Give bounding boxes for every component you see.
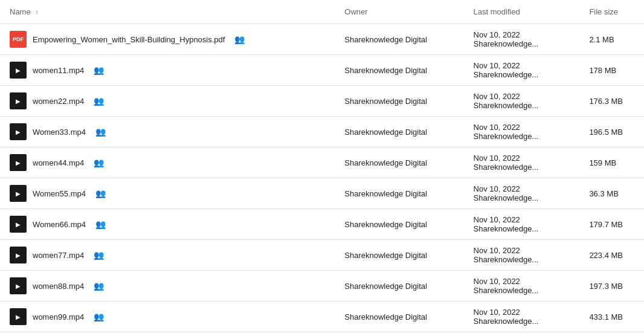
file-modified: Nov 10, 2022 Shareknowledge... [464,302,580,332]
video-icon [10,92,27,109]
table-row[interactable]: Women55.mp4👥Shareknowledge DigitalNov 10… [0,178,644,209]
owner-text: Shareknowledge Digital [344,189,427,198]
file-owner: Shareknowledge Digital [335,178,463,209]
file-list-table: Name ↑ Owner Last modified File size PDF… [0,0,644,332]
shared-icon: 👥 [94,96,104,106]
owner-text: Shareknowledge Digital [344,158,427,167]
column-modified-label: Last modified [474,7,520,16]
size-text: 2.1 MB [589,35,614,44]
column-header-owner[interactable]: Owner [335,0,463,24]
video-icon [10,123,27,140]
shared-icon: 👥 [94,250,104,260]
modified-text: Nov 10, 2022 Shareknowledge... [474,215,539,233]
file-name-cell-2: women11.mp4👥 [0,55,335,86]
file-size: 36.3 MB [579,178,644,209]
file-size: 433.1 MB [579,302,644,332]
table-row[interactable]: women88.mp4👥Shareknowledge DigitalNov 10… [0,271,644,302]
table-row[interactable]: women77.mp4👥Shareknowledge DigitalNov 10… [0,240,644,271]
table-row[interactable]: women22.mp4👥Shareknowledge DigitalNov 10… [0,86,644,117]
column-header-name[interactable]: Name ↑ [0,0,335,24]
file-owner: Shareknowledge Digital [335,86,463,117]
file-name-cell-3: women22.mp4👥 [0,86,335,117]
video-icon [10,185,27,202]
table-row[interactable]: women44.mp4👥Shareknowledge DigitalNov 10… [0,147,644,178]
file-owner: Shareknowledge Digital [335,271,463,302]
file-owner: Shareknowledge Digital [335,240,463,271]
file-name-text: women99.mp4 [33,312,84,321]
file-name-text: Women55.mp4 [33,189,86,198]
file-size: 179.7 MB [579,209,644,240]
file-name-cell-8: women77.mp4👥 [0,240,335,271]
file-name-cell-7: Women66.mp4👥 [0,209,335,240]
size-text: 433.1 MB [589,312,623,321]
column-name-label: Name [10,7,31,16]
shared-icon: 👥 [94,312,104,321]
column-header-modified[interactable]: Last modified [464,0,580,24]
file-name-cell-10: women99.mp4👥 [0,302,335,332]
size-text: 178 MB [589,66,616,75]
modified-text: Nov 10, 2022 Shareknowledge... [474,123,539,141]
column-owner-label: Owner [344,7,367,16]
file-name-cell-1: PDFEmpowering_Women_with_Skill-Building_… [0,24,335,55]
table-row[interactable]: Women66.mp4👥Shareknowledge DigitalNov 10… [0,209,644,240]
file-name-text: women77.mp4 [33,251,84,260]
file-owner: Shareknowledge Digital [335,209,463,240]
modified-text: Nov 10, 2022 Shareknowledge... [474,92,539,110]
file-name-text: women44.mp4 [33,158,84,167]
table-row[interactable]: Women33.mp4👥Shareknowledge DigitalNov 10… [0,117,644,147]
file-modified: Nov 10, 2022 Shareknowledge... [464,24,580,55]
owner-text: Shareknowledge Digital [344,220,427,229]
video-icon [10,308,27,325]
file-size: 176.3 MB [579,86,644,117]
video-icon [10,247,27,263]
file-name-cell-6: Women55.mp4👥 [0,178,335,209]
shared-icon: 👥 [95,219,106,229]
file-size: 178 MB [579,55,644,86]
owner-text: Shareknowledge Digital [344,282,427,291]
video-icon [10,277,27,294]
size-text: 197.3 MB [589,282,623,291]
video-icon [10,62,27,79]
modified-text: Nov 10, 2022 Shareknowledge... [474,308,539,326]
size-text: 179.7 MB [589,220,623,229]
video-icon [10,216,27,233]
owner-text: Shareknowledge Digital [344,97,427,106]
modified-text: Nov 10, 2022 Shareknowledge... [474,277,539,295]
shared-icon: 👥 [94,65,104,75]
owner-text: Shareknowledge Digital [344,35,427,44]
file-modified: Nov 10, 2022 Shareknowledge... [464,86,580,117]
modified-text: Nov 10, 2022 Shareknowledge... [474,246,539,264]
file-name-text: Women66.mp4 [33,220,86,229]
table-row[interactable]: PDFEmpowering_Women_with_Skill-Building_… [0,24,644,55]
file-modified: Nov 10, 2022 Shareknowledge... [464,178,580,209]
size-text: 196.5 MB [589,128,623,137]
file-size: 2.1 MB [579,24,644,55]
file-name-cell-5: women44.mp4👥 [0,147,335,178]
file-owner: Shareknowledge Digital [335,302,463,332]
file-modified: Nov 10, 2022 Shareknowledge... [464,271,580,302]
owner-text: Shareknowledge Digital [344,66,427,75]
modified-text: Nov 10, 2022 Shareknowledge... [474,184,539,202]
column-header-size[interactable]: File size [579,0,644,24]
file-size: 223.4 MB [579,240,644,271]
owner-text: Shareknowledge Digital [344,251,427,260]
file-owner: Shareknowledge Digital [335,117,463,147]
shared-icon: 👥 [94,158,104,167]
size-text: 159 MB [589,158,616,167]
file-owner: Shareknowledge Digital [335,147,463,178]
shared-icon: 👥 [94,281,104,291]
file-modified: Nov 10, 2022 Shareknowledge... [464,240,580,271]
column-size-label: File size [589,7,618,16]
file-name-cell-4: Women33.mp4👥 [0,117,335,147]
table-row[interactable]: women99.mp4👥Shareknowledge DigitalNov 10… [0,302,644,332]
pdf-icon: PDF [10,31,27,48]
table-row[interactable]: women11.mp4👥Shareknowledge DigitalNov 10… [0,55,644,86]
size-text: 223.4 MB [589,251,623,260]
owner-text: Shareknowledge Digital [344,312,427,321]
size-text: 176.3 MB [589,97,623,106]
modified-text: Nov 10, 2022 Shareknowledge... [474,30,539,48]
modified-text: Nov 10, 2022 Shareknowledge... [474,61,539,79]
file-name-text: women22.mp4 [33,97,84,106]
file-owner: Shareknowledge Digital [335,24,463,55]
file-size: 159 MB [579,147,644,178]
